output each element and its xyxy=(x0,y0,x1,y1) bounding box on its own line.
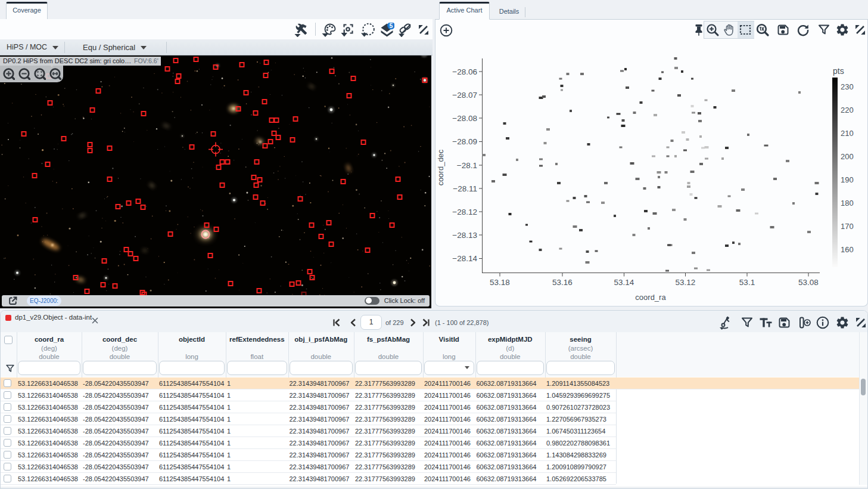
svg-text:−28.08: −28.08 xyxy=(452,114,477,123)
svg-text:53.12: 53.12 xyxy=(676,278,696,287)
svg-text:coord_ra: coord_ra xyxy=(635,293,666,302)
svg-text:−28.06: −28.06 xyxy=(452,67,477,76)
svg-text:−28.1: −28.1 xyxy=(457,161,477,170)
svg-text:180: 180 xyxy=(841,199,854,208)
svg-text:pts: pts xyxy=(833,66,844,76)
svg-text:160: 160 xyxy=(841,245,854,254)
svg-text:−28.07: −28.07 xyxy=(452,91,477,100)
svg-text:−28.09: −28.09 xyxy=(452,137,477,146)
svg-text:190: 190 xyxy=(841,175,854,184)
svg-text:−28.14: −28.14 xyxy=(452,254,477,263)
svg-text:53.18: 53.18 xyxy=(490,278,510,287)
svg-text:53.14: 53.14 xyxy=(614,278,634,287)
svg-text:220: 220 xyxy=(841,106,854,114)
svg-text:53.1: 53.1 xyxy=(739,278,755,287)
svg-text:230: 230 xyxy=(841,82,854,91)
svg-text:53.16: 53.16 xyxy=(552,278,573,287)
svg-text:−28.13: −28.13 xyxy=(452,231,477,240)
svg-text:5: 5 xyxy=(390,23,393,29)
svg-text:−28.11: −28.11 xyxy=(453,184,477,193)
svg-text:170: 170 xyxy=(841,222,854,231)
svg-text:200: 200 xyxy=(841,152,854,161)
svg-text:−28.12: −28.12 xyxy=(452,208,477,216)
svg-text:210: 210 xyxy=(841,129,854,138)
svg-text:53.08: 53.08 xyxy=(798,278,819,287)
svg-text:coord_dec: coord_dec xyxy=(436,149,445,185)
